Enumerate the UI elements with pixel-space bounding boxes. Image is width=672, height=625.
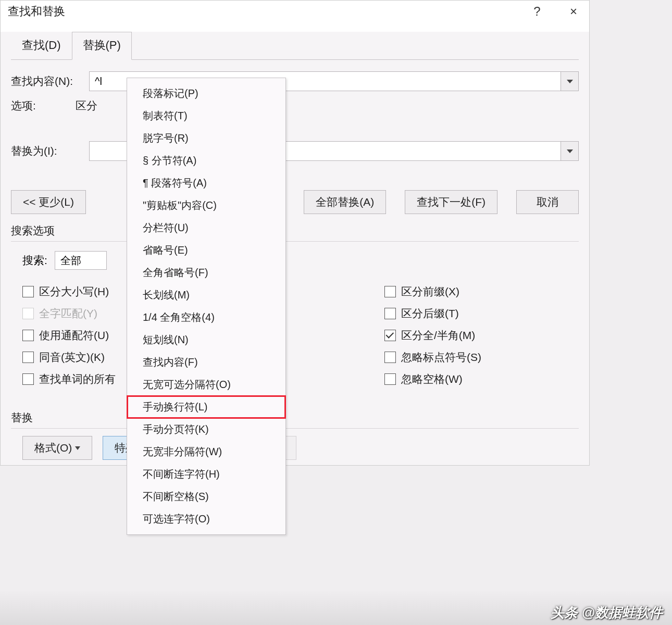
find-row: 查找内容(N): (11, 71, 579, 91)
menu-item[interactable]: "剪贴板"内容(C) (127, 194, 285, 217)
checkbox-label: 同音(英文)(K) (39, 350, 105, 365)
checkbox-label: 全字匹配(Y) (39, 306, 97, 321)
bottom-buttons: 格式(O) 特殊格式(E) 不限定格式(T) (22, 436, 579, 460)
find-replace-dialog: 查找和替换 ? × 查找(D) 替换(P) 查找内容(N): 选项: 区分 替换… (0, 0, 590, 466)
options-line: 选项: 区分 (11, 98, 579, 113)
dialog-body: 查找(D) 替换(P) 查找内容(N): 选项: 区分 替换为(I): (1, 32, 589, 465)
menu-item[interactable]: 不间断连字符(H) (127, 463, 285, 485)
replace-section-title: 替换 (11, 410, 579, 425)
options-value: 区分 (76, 99, 97, 111)
help-button[interactable]: ? (527, 4, 547, 19)
find-label: 查找内容(N): (11, 74, 89, 89)
section-divider (11, 241, 579, 242)
find-history-dropdown[interactable] (561, 71, 579, 91)
action-buttons: << 更少(L) 全部替换(A) 查找下一处(F) 取消 (11, 190, 579, 214)
checkbox-box (384, 352, 396, 363)
search-scope-row: 搜索: 全部 (22, 251, 579, 270)
menu-item[interactable]: § 分节符(A) (127, 149, 285, 172)
titlebar: 查找和替换 ? × (1, 1, 589, 21)
checkbox-box (22, 330, 34, 341)
menu-item[interactable]: ¶ 段落符号(A) (127, 172, 285, 194)
checkbox-label: 区分全/半角(M) (401, 328, 475, 343)
menu-item[interactable]: 分栏符(U) (127, 217, 285, 239)
format-button[interactable]: 格式(O) (22, 436, 92, 460)
menu-item[interactable]: 手动换行符(L) (127, 396, 285, 418)
checkbox-label: 区分后缀(T) (401, 306, 459, 321)
chevron-down-icon (75, 446, 80, 450)
search-label: 搜索: (22, 253, 47, 268)
checkbox-label: 查找单词的所有 (39, 372, 116, 386)
checkbox-label: 区分大小写(H) (39, 284, 109, 299)
checkbox-box (22, 308, 34, 319)
checkbox-r-0[interactable]: 区分前缀(X) (384, 284, 579, 299)
checkbox-r-1[interactable]: 区分后缀(T) (384, 306, 579, 321)
checkbox-r-2[interactable]: 区分全/半角(M) (384, 328, 579, 343)
menu-item[interactable]: 制表符(T) (127, 105, 285, 127)
menu-item[interactable]: 查找内容(F) (127, 351, 285, 373)
checkbox-box (384, 373, 396, 385)
menu-item[interactable]: 省略号(E) (127, 239, 285, 261)
chevron-down-icon (567, 149, 573, 153)
checkbox-box (384, 330, 396, 341)
menu-item[interactable]: 脱字号(R) (127, 127, 285, 149)
cancel-button[interactable]: 取消 (516, 190, 579, 214)
checkbox-box (22, 373, 34, 385)
search-options-title: 搜索选项 (11, 223, 579, 238)
less-button[interactable]: << 更少(L) (11, 190, 86, 214)
close-button[interactable]: × (563, 4, 584, 19)
menu-item[interactable]: 全角省略号(F) (127, 261, 285, 284)
checkbox-box (384, 286, 396, 297)
find-next-button[interactable]: 查找下一处(F) (405, 190, 497, 214)
menu-item[interactable]: 无宽可选分隔符(O) (127, 373, 285, 396)
chevron-down-icon (567, 80, 573, 83)
tabstrip: 查找(D) 替换(P) (11, 32, 579, 60)
menu-item[interactable]: 可选连字符(O) (127, 508, 285, 530)
replace-section: 替换 格式(O) 特殊格式(E) 不限定格式(T) (11, 410, 579, 460)
menu-item[interactable]: 段落标记(P) (127, 82, 285, 105)
titlebar-controls: ? × (527, 4, 584, 19)
menu-item[interactable]: 短划线(N) (127, 329, 285, 351)
replace-label: 替换为(I): (11, 144, 89, 158)
checkbox-box (22, 286, 34, 297)
checkbox-box (384, 308, 396, 319)
checkbox-label: 忽略空格(W) (401, 372, 463, 386)
menu-item[interactable]: 手动分页符(K) (127, 418, 285, 441)
options-label: 选项: (11, 99, 36, 111)
search-scope-select[interactable]: 全部 (55, 251, 107, 270)
special-format-menu: 段落标记(P)制表符(T)脱字号(R)§ 分节符(A)¶ 段落符号(A)"剪贴板… (127, 78, 286, 535)
replace-history-dropdown[interactable] (561, 141, 579, 161)
dialog-title: 查找和替换 (8, 4, 65, 19)
replace-all-button[interactable]: 全部替换(A) (304, 190, 386, 214)
menu-item[interactable]: 无宽非分隔符(W) (127, 441, 285, 463)
watermark: 头条 @数据蛙软件 (551, 604, 663, 622)
tab-replace[interactable]: 替换(P) (72, 32, 132, 60)
checkbox-label: 忽略标点符号(S) (401, 350, 481, 365)
checkbox-label: 区分前缀(X) (401, 284, 459, 299)
checkbox-grid: 区分大小写(H)全字匹配(Y)使用通配符(U)同音(英文)(K)查找单词的所有 … (11, 277, 579, 386)
menu-item[interactable]: 1/4 全角空格(4) (127, 306, 285, 329)
tab-find[interactable]: 查找(D) (11, 32, 72, 60)
checkbox-box (22, 352, 34, 363)
checkbox-r-3[interactable]: 忽略标点符号(S) (384, 350, 579, 365)
section-divider (11, 428, 579, 429)
menu-item[interactable]: 不间断空格(S) (127, 485, 285, 508)
menu-item[interactable]: 长划线(M) (127, 284, 285, 306)
checkbox-r-4[interactable]: 忽略空格(W) (384, 372, 579, 386)
replace-row: 替换为(I): (11, 141, 579, 161)
checkbox-label: 使用通配符(U) (39, 328, 109, 343)
check-icon (386, 330, 394, 339)
